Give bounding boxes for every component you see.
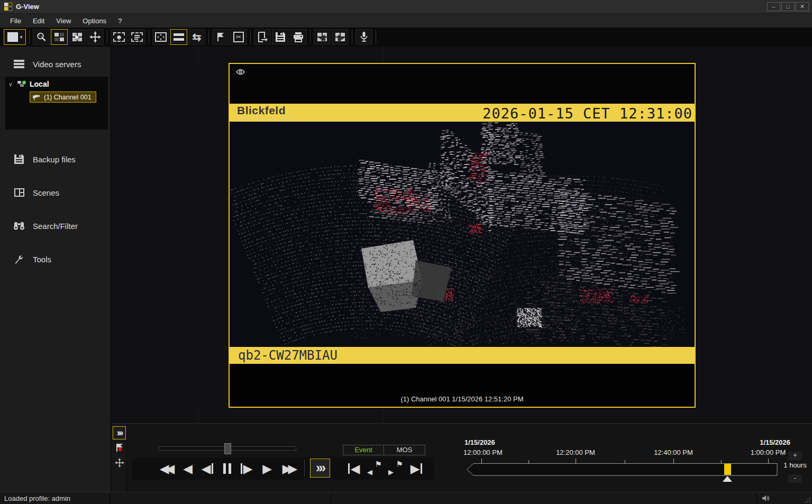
- sequence-button[interactable]: ⇆: [188, 29, 205, 45]
- timeline-start-date: 1/15/2026: [464, 438, 495, 446]
- sidebar-label-search-filter: Search/Filter: [33, 222, 78, 231]
- move-arrows-icon: [89, 31, 101, 43]
- video-tile-channel-001[interactable]: Blickfeld LiDAR / scan your world 2026-0…: [229, 63, 696, 408]
- timeline-pointer-triangle[interactable]: [723, 476, 732, 482]
- tab-mos[interactable]: MOS: [384, 445, 425, 455]
- timeline-scale-label: 1 hours: [779, 461, 811, 469]
- move-arrows-icon: [115, 458, 124, 468]
- sidebar-item-backup-files[interactable]: Backup files: [0, 151, 111, 167]
- menu-options[interactable]: Options: [77, 15, 112, 26]
- timeline-bar[interactable]: [466, 463, 778, 476]
- grid-layout-button[interactable]: [51, 29, 68, 45]
- step-back-button[interactable]: ◀: [199, 459, 216, 479]
- scissors-icon: ✂: [236, 34, 241, 40]
- flag-button[interactable]: [212, 29, 229, 45]
- close-button[interactable]: ✕: [796, 2, 809, 11]
- zoom-button[interactable]: [33, 29, 50, 45]
- device-name: qb2-CW27MBIAU: [238, 348, 337, 363]
- tab-event[interactable]: Event: [343, 445, 384, 455]
- save-button[interactable]: [272, 29, 289, 45]
- menu-help[interactable]: ?: [112, 15, 127, 26]
- pan-mode-button[interactable]: [113, 456, 126, 469]
- status-text: Loaded profile: admin: [4, 494, 70, 502]
- timeline-zoom-in-button[interactable]: +: [788, 452, 802, 460]
- osd-device-band: qb2-CW27MBIAU: [230, 347, 695, 364]
- event-mos-tabs: Event MOS: [343, 445, 425, 455]
- next-flag-icon: ⚑▶: [389, 462, 403, 475]
- microphone-button[interactable]: [355, 29, 372, 45]
- play-backward-button[interactable]: ◀: [180, 459, 196, 479]
- channel-caption: (1) Channel 001 1/15/2026 12:51:20 PM: [230, 395, 695, 403]
- flag-icon: [216, 32, 225, 42]
- rewind-button[interactable]: ◀◀: [157, 459, 178, 479]
- export-page-icon: [257, 32, 268, 42]
- alarm-flag-button[interactable]: [113, 441, 126, 454]
- live-mode-button[interactable]: ›››: [113, 426, 126, 439]
- menu-view[interactable]: View: [50, 15, 77, 26]
- server-tree: ∨ Local (1) Channel 001: [5, 77, 108, 130]
- speed-slider-handle[interactable]: [224, 443, 231, 454]
- screen-select-button[interactable]: [69, 29, 86, 45]
- tree-node-local[interactable]: ∨ Local: [5, 78, 108, 90]
- export-button[interactable]: [254, 29, 271, 45]
- last-event-button[interactable]: ▶: [407, 459, 425, 479]
- timeline-tick: [481, 459, 482, 463]
- jump-live-button[interactable]: ›››: [310, 459, 330, 478]
- printer-icon: [293, 32, 304, 42]
- eye-icon[interactable]: [236, 69, 245, 75]
- timeline-end-date: 1/15/2026: [753, 438, 790, 446]
- fast-forward-icon: ▶▶: [282, 463, 297, 475]
- prev-screen-button[interactable]: ◀: [314, 29, 331, 45]
- minimize-button[interactable]: –: [767, 2, 780, 11]
- title-bar: G-View – □ ✕: [0, 0, 812, 14]
- menu-edit[interactable]: Edit: [27, 15, 50, 26]
- timeline-label-1: 12:20:00 PM: [552, 448, 599, 456]
- resize-grip[interactable]: [805, 497, 810, 502]
- pause-button[interactable]: [219, 459, 235, 479]
- snapshot-button[interactable]: ✂: [230, 29, 247, 45]
- maximize-button[interactable]: □: [781, 2, 795, 11]
- play-back-icon: ◀: [183, 463, 193, 475]
- sidebar-item-tools[interactable]: Tools: [0, 251, 111, 267]
- sidebar: Video servers ∨ Local (1) Channel 001: [0, 47, 111, 492]
- layout-divider: [198, 409, 198, 423]
- pan-button[interactable]: [87, 29, 104, 45]
- skip-end-icon: ▶: [410, 463, 420, 475]
- sidebar-item-video-servers[interactable]: Video servers: [0, 56, 111, 72]
- alarm-zone-icon: [113, 32, 125, 42]
- sidebar-item-scenes[interactable]: Scenes: [0, 185, 111, 200]
- layout-divider: [382, 409, 383, 423]
- first-event-button[interactable]: ◀: [345, 459, 363, 479]
- chevron-down-icon: ▾: [20, 34, 23, 40]
- layout-selector-button[interactable]: ▾: [4, 29, 26, 45]
- video-bottom-strip: (1) Channel 001 1/15/2026 12:51:20 PM: [230, 364, 695, 407]
- chevron-expand-icon[interactable]: ∨: [7, 81, 14, 88]
- binoculars-icon: [13, 220, 25, 232]
- play-button[interactable]: ▶: [259, 459, 275, 479]
- mask-zone-button[interactable]: [129, 29, 145, 45]
- menu-file[interactable]: File: [4, 15, 27, 26]
- step-forward-button[interactable]: ▶: [238, 459, 255, 479]
- timeline-label-3: 1:00:00 PM: [744, 448, 792, 456]
- alarm-flag-icon: [115, 443, 124, 453]
- cursor-icon: [75, 34, 81, 41]
- play-icon: ▶: [262, 463, 272, 475]
- fast-forward-button[interactable]: ▶▶: [279, 459, 300, 479]
- sidebar-item-search-filter[interactable]: Search/Filter: [0, 218, 111, 234]
- sidebar-label-video-servers: Video servers: [33, 60, 81, 69]
- timeline-zoom-out-button[interactable]: -: [788, 474, 802, 483]
- next-flag-button[interactable]: ⚑▶: [387, 459, 405, 479]
- transport-separator: [304, 460, 305, 476]
- timeline-position-marker[interactable]: [724, 464, 731, 475]
- print-button[interactable]: [290, 29, 307, 45]
- split-view-button[interactable]: [170, 29, 187, 45]
- step-forward-icon: [241, 463, 242, 474]
- prev-flag-button[interactable]: ⚑◀: [366, 459, 384, 479]
- next-screen-button[interactable]: ▶: [332, 29, 349, 45]
- speaker-icon[interactable]: [762, 494, 771, 502]
- tree-node-channel-001[interactable]: (1) Channel 001: [30, 91, 96, 103]
- alarm-zone-button[interactable]: [111, 29, 127, 45]
- fullscreen-button[interactable]: [152, 29, 169, 45]
- wrench-icon: [13, 253, 25, 265]
- menu-bar: File Edit View Options ?: [0, 14, 812, 28]
